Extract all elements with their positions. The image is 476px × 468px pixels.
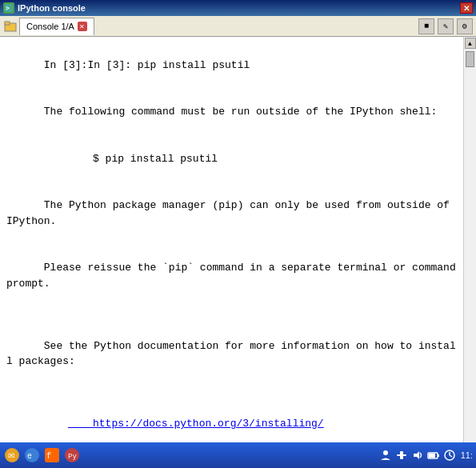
prompt-in-label: In [3]: bbox=[44, 59, 88, 71]
svg-rect-3 bbox=[5, 22, 10, 25]
tray-icon-network[interactable] bbox=[395, 449, 408, 462]
svg-rect-14 bbox=[397, 454, 406, 456]
console-tab[interactable]: Console 1/A ✕ bbox=[19, 18, 94, 35]
taskbar-right: 11: bbox=[379, 449, 473, 462]
console-line-7: See the Python documentation for more in… bbox=[6, 322, 457, 385]
scrollbar[interactable]: ▲ bbox=[463, 37, 476, 442]
console-text-5: Please reissue the `pip` command in a se… bbox=[6, 262, 462, 290]
tray-icon-time[interactable] bbox=[443, 449, 456, 462]
tray-icon-user[interactable] bbox=[379, 449, 392, 462]
app-icon: > bbox=[3, 2, 14, 14]
title-bar-left: > IPython console bbox=[3, 2, 86, 14]
console-line-6 bbox=[6, 307, 457, 323]
taskbar-left: ✉ e f Py bbox=[3, 446, 81, 464]
console-text-4: The Python package manager (pip) can onl… bbox=[6, 199, 456, 227]
svg-text:Py: Py bbox=[68, 453, 77, 461]
clock: 11: bbox=[461, 450, 473, 460]
taskbar-icon-4[interactable]: Py bbox=[63, 446, 81, 464]
tray-icon-volume[interactable] bbox=[411, 449, 424, 462]
pen-button[interactable]: ✎ bbox=[438, 18, 454, 34]
taskbar: ✉ e f Py 11: bbox=[0, 442, 476, 468]
console-line-3: $ pip install psutil bbox=[30, 135, 457, 182]
svg-text:f: f bbox=[46, 452, 51, 461]
console-line-9: https://docs.python.org/3/installing/ bbox=[30, 401, 457, 443]
svg-rect-17 bbox=[429, 454, 435, 458]
tray-icon-battery[interactable] bbox=[427, 449, 440, 462]
console-text-2: The following command must be run outsid… bbox=[44, 106, 437, 118]
scroll-up-button[interactable]: ▲ bbox=[465, 38, 476, 49]
system-tray bbox=[379, 449, 456, 462]
svg-marker-15 bbox=[414, 451, 419, 459]
console-content[interactable]: In [3]:In [3]: pip install psutil The fo… bbox=[0, 37, 463, 442]
tab-bar-left: Console 1/A ✕ bbox=[3, 18, 94, 35]
console-code-3: $ pip install psutil bbox=[68, 153, 218, 165]
svg-line-21 bbox=[450, 455, 452, 457]
stop-button[interactable]: ■ bbox=[418, 18, 434, 34]
scroll-thumb[interactable] bbox=[466, 51, 474, 67]
console-line-2: The following command must be run outsid… bbox=[6, 89, 457, 136]
new-tab-button[interactable] bbox=[3, 20, 18, 33]
console-text-7: See the Python documentation for more in… bbox=[6, 340, 456, 368]
svg-text:>: > bbox=[6, 5, 10, 12]
tab-bar-right: ■ ✎ ⚙ bbox=[418, 18, 473, 34]
taskbar-icon-1[interactable]: ✉ bbox=[3, 446, 21, 464]
svg-text:e: e bbox=[27, 452, 32, 461]
title-bar: > IPython console ✕ bbox=[0, 0, 476, 16]
console-line-4: The Python package manager (pip) can onl… bbox=[6, 182, 457, 245]
settings-button[interactable]: ⚙ bbox=[457, 18, 473, 34]
console-wrapper: In [3]:In [3]: pip install psutil The fo… bbox=[0, 37, 476, 442]
svg-text:✉: ✉ bbox=[8, 451, 14, 460]
console-line-1: In [3]:In [3]: pip install psutil bbox=[6, 42, 457, 89]
tab-label: Console 1/A bbox=[26, 22, 74, 31]
svg-rect-18 bbox=[438, 454, 439, 457]
close-button[interactable]: ✕ bbox=[460, 2, 473, 14]
console-line-8 bbox=[6, 385, 457, 401]
console-line-5: Please reissue the `pip` command in a se… bbox=[6, 245, 457, 307]
tab-close-button[interactable]: ✕ bbox=[78, 22, 87, 31]
svg-point-12 bbox=[383, 450, 388, 455]
tab-bar: Console 1/A ✕ ■ ✎ ⚙ bbox=[0, 16, 476, 37]
taskbar-icon-3[interactable]: f bbox=[43, 446, 61, 464]
taskbar-icon-2[interactable]: e bbox=[23, 446, 41, 464]
console-command-1: In [3]: pip install psutil bbox=[87, 59, 250, 71]
window-title: IPython console bbox=[18, 3, 86, 13]
console-link-9[interactable]: https://docs.python.org/3/installing/ bbox=[68, 418, 324, 430]
